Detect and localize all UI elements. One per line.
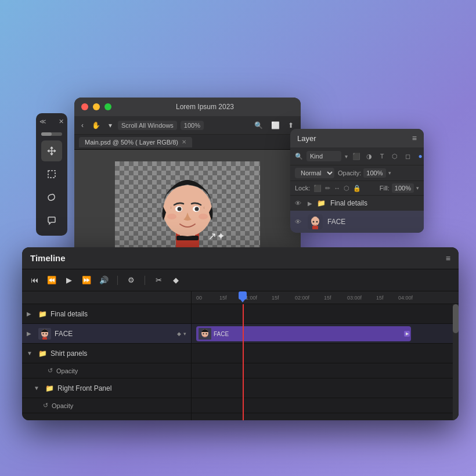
lock-all-btn[interactable]: 🔒 [353, 185, 361, 192]
tl-face-keyframe-btn[interactable]: ◆ [177, 331, 181, 337]
expand-final-details-btn[interactable]: ▶ [308, 200, 312, 207]
adj-filter-btn[interactable]: ◑ [364, 151, 374, 161]
layer-filter-icons: ⬛ ◑ T ⬡ ◻ ● [351, 151, 424, 161]
layer-menu-btn[interactable]: ≡ [412, 134, 417, 143]
tl-layer-name-face: FACE [55, 330, 174, 338]
layer-visibility-face[interactable]: 👁 [295, 218, 303, 225]
tool-slider[interactable] [41, 132, 62, 136]
tl-expand-face[interactable]: ▶ [27, 330, 35, 337]
timeline-menu-btn[interactable]: ≡ [446, 254, 450, 263]
tl-face-options-btn[interactable]: ▾ [183, 331, 186, 337]
tl-layer-face[interactable]: ▶ FACE ◆ [22, 324, 191, 344]
layer-kind-filter[interactable] [306, 151, 341, 161]
back-btn[interactable]: ‹ [79, 120, 86, 131]
layer-item-final-details[interactable]: 👁 ▶ 📁 Final details [290, 196, 424, 211]
layer-name-final-details: Final details [330, 199, 419, 207]
tl-expand-right-front[interactable]: ▼ [34, 385, 42, 391]
svg-point-14 [316, 221, 318, 223]
track-final-details[interactable] [192, 304, 459, 324]
tl-layer-name-right-front: Right Front Panel [57, 384, 186, 392]
tl-layer-final-details[interactable]: ▶ 📁 Final details [22, 304, 191, 324]
svg-rect-15 [312, 226, 318, 229]
zoom-level-display[interactable]: 100% [181, 121, 204, 130]
photoshop-window: Lorem Ipsum 2023 ‹ ✋ ▾ Scroll All Window… [74, 98, 301, 272]
track-rightfront-opacity[interactable] [192, 398, 459, 413]
transport-goto-start-btn[interactable]: ⏮ [28, 274, 41, 287]
transport-prev-frame-btn[interactable]: ⏪ [45, 274, 58, 287]
track-face[interactable]: FACE ▶ [192, 324, 459, 344]
close-window-btn[interactable] [81, 103, 88, 110]
transport-audio-btn[interactable]: 🔊 [98, 274, 110, 287]
opacity-dropdown-arrow[interactable]: ▾ [388, 170, 391, 176]
fill-value[interactable]: 100% [392, 183, 414, 193]
tracks-content: FACE ▶ [192, 304, 459, 413]
lock-paint-btn[interactable]: ✏ [325, 185, 330, 192]
smart-filter-btn[interactable]: ◻ [402, 151, 413, 161]
toolbox-panel: ≪ ✕ [36, 113, 67, 236]
timeline-title: Timeline [30, 253, 66, 263]
tl-layer-shirt-panels[interactable]: ▼ 📁 Shirt panels [22, 344, 191, 363]
tl-folder-icon-final: 📁 [38, 310, 47, 318]
scroll-thumb[interactable] [453, 304, 459, 333]
tl-layer-name-final-details: Final details [51, 310, 186, 318]
opacity-value[interactable]: 100% [363, 168, 385, 178]
ps-tab-close-btn[interactable]: ✕ [182, 139, 186, 145]
kind-dropdown-arrow[interactable]: ▾ [345, 153, 348, 160]
ruler-15f-4: 15f [376, 295, 384, 301]
pixel-filter-btn[interactable]: ⬛ [351, 151, 362, 161]
layer-thumb-face [308, 214, 323, 229]
lock-artboard-btn[interactable]: ⬡ [344, 185, 349, 192]
track-right-front[interactable] [192, 378, 459, 398]
shape-filter-btn[interactable]: ⬡ [390, 151, 400, 161]
transport-play-btn[interactable]: ▶ [63, 274, 75, 287]
ruler-00: 00 [196, 295, 202, 301]
transport-settings-btn[interactable]: ⚙ [125, 274, 138, 287]
select-rect-tool-btn[interactable] [41, 164, 62, 185]
cursor-icon: ↗✦ [208, 230, 225, 243]
lock-transparent-btn[interactable]: ⬛ [313, 185, 322, 192]
maximize-window-btn[interactable] [104, 103, 111, 110]
tl-expand-final-details[interactable]: ▶ [27, 311, 35, 317]
svg-rect-3 [176, 236, 199, 240]
tl-layer-right-front-panel[interactable]: ▼ 📁 Right Front Panel [22, 378, 191, 398]
transport-separator-1 [117, 276, 118, 285]
transport-cut-btn[interactable]: ✂ [152, 274, 165, 287]
track-shirt-panels[interactable] [192, 344, 459, 363]
ps-toolbar: ‹ ✋ ▾ Scroll All Windows 100% 🔍 ⬜ ⬆ [74, 116, 301, 135]
ruler-04-00f: 04:00f [398, 295, 413, 301]
toolbox-collapse-btn[interactable]: ≪ [39, 118, 46, 125]
track-shirt-opacity[interactable] [192, 363, 459, 378]
lock-move-btn[interactable]: ↔ [334, 185, 340, 192]
svg-point-7 [178, 207, 182, 211]
timeline-content: ▶ 📁 Final details ▶ [22, 291, 459, 420]
transport-separator-2 [145, 276, 145, 285]
move-tool-btn[interactable] [41, 140, 62, 161]
tl-thumb-face [38, 328, 51, 340]
ps-tab-bar: Main.psd @ 50% ( Layer RGB/8) ✕ [74, 135, 301, 150]
tool-dropdown-btn[interactable]: ▾ [106, 120, 114, 131]
filter-toggle-btn[interactable]: ● [415, 151, 424, 161]
layer-visibility-final-details[interactable]: 👁 [295, 200, 303, 207]
tl-opacity-label-rightfront: Opacity [52, 402, 73, 409]
transport-keyframe-btn[interactable]: ◆ [170, 274, 182, 287]
timeline-layers-panel: ▶ 📁 Final details ▶ [22, 291, 192, 420]
layer-item-face[interactable]: 👁 FACE [290, 211, 424, 233]
view-options-btn[interactable]: ⬜ [269, 120, 282, 131]
fill-dropdown-arrow[interactable]: ▾ [416, 185, 419, 191]
transport-next-frame-btn[interactable]: ⏩ [80, 274, 93, 287]
scroll-all-windows-btn[interactable]: Scroll All Windows [118, 121, 177, 130]
blend-mode-dropdown[interactable]: Normal [295, 168, 334, 178]
clip-end-marker: ▶ [404, 331, 410, 337]
layer-search-icon: 🔍 [295, 153, 303, 160]
clip-thumb-face [199, 328, 211, 340]
type-filter-btn[interactable]: T [377, 151, 387, 161]
tl-expand-shirt-panels[interactable]: ▼ [27, 350, 35, 356]
hand-tool-btn[interactable]: ✋ [89, 120, 103, 131]
speech-bubble-tool-btn[interactable] [41, 210, 62, 231]
ps-tab-main[interactable]: Main.psd @ 50% ( Layer RGB/8) ✕ [79, 137, 192, 147]
search-btn[interactable]: 🔍 [252, 120, 265, 131]
lasso-tool-btn[interactable] [41, 187, 62, 208]
face-clip[interactable]: FACE ▶ [196, 326, 411, 341]
toolbox-close-btn[interactable]: ✕ [59, 118, 64, 125]
minimize-window-btn[interactable] [93, 103, 100, 110]
